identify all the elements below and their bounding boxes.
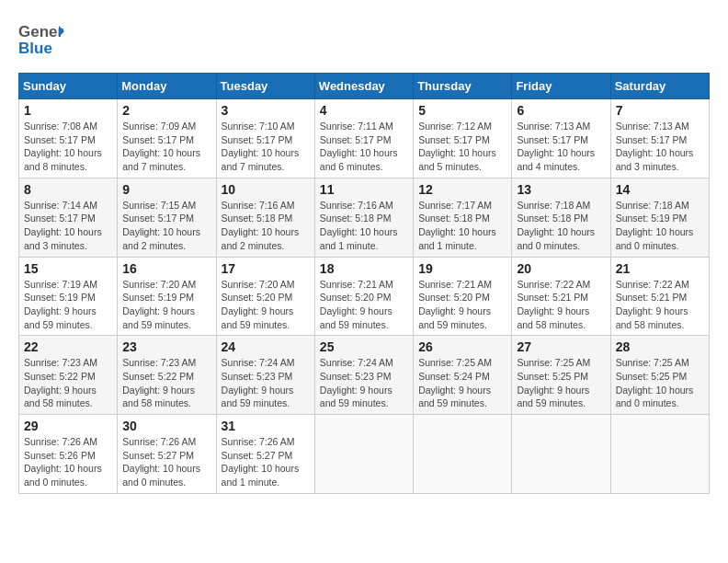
calendar-cell: 9Sunrise: 7:15 AMSunset: 5:17 PMDaylight… [118,178,216,257]
sunset: Sunset: 5:20 PM [320,292,392,303]
sunset: Sunset: 5:18 PM [320,213,392,224]
sunset: Sunset: 5:18 PM [418,213,490,224]
daylight: Daylight: 9 hours and 59 minutes. [418,385,491,409]
calendar-cell: 5Sunrise: 7:12 AMSunset: 5:17 PMDaylight… [414,99,512,178]
sunrise: Sunrise: 7:20 AM [222,279,295,290]
sunrise: Sunrise: 7:14 AM [24,200,97,211]
sunset: Sunset: 5:17 PM [122,134,194,145]
daylight: Daylight: 10 hours and 8 minutes. [24,147,102,172]
daylight: Daylight: 10 hours and 0 minutes. [517,226,595,251]
sunset: Sunset: 5:25 PM [616,371,688,382]
day-number: 3 [222,103,310,118]
day-number: 4 [320,103,408,118]
day-number: 29 [24,419,112,433]
day-info: Sunrise: 7:08 AMSunset: 5:17 PMDaylight:… [24,120,112,174]
sunrise: Sunrise: 7:21 AM [418,279,492,290]
logo-image: General Blue [18,18,64,63]
sunset: Sunset: 5:21 PM [517,292,588,303]
sunrise: Sunrise: 7:23 AM [122,357,196,368]
daylight: Daylight: 9 hours and 59 minutes. [517,385,589,409]
sunrise: Sunrise: 7:22 AM [616,279,689,290]
sunrise: Sunrise: 7:26 AM [122,436,196,447]
sunset: Sunset: 5:17 PM [616,134,688,145]
day-info: Sunrise: 7:16 AMSunset: 5:18 PMDaylight:… [320,199,408,253]
sunset: Sunset: 5:17 PM [517,134,588,145]
calendar-cell: 7Sunrise: 7:13 AMSunset: 5:17 PMDaylight… [610,99,709,178]
day-info: Sunrise: 7:23 AMSunset: 5:22 PMDaylight:… [122,356,210,410]
day-number: 17 [222,261,310,276]
calendar-week-4: 22Sunrise: 7:23 AMSunset: 5:22 PMDayligh… [19,336,710,415]
day-info: Sunrise: 7:24 AMSunset: 5:23 PMDaylight:… [222,356,310,410]
daylight: Daylight: 10 hours and 0 minutes. [122,463,200,488]
daylight: Daylight: 10 hours and 2 minutes. [222,226,300,251]
sunrise: Sunrise: 7:09 AM [122,121,196,132]
header-day-wednesday: Wednesday [314,74,413,99]
day-info: Sunrise: 7:16 AMSunset: 5:18 PMDaylight:… [222,199,310,253]
day-info: Sunrise: 7:11 AMSunset: 5:17 PMDaylight:… [320,120,408,174]
calendar-cell: 15Sunrise: 7:19 AMSunset: 5:19 PMDayligh… [19,257,118,336]
daylight: Daylight: 10 hours and 3 minutes. [24,226,102,251]
day-info: Sunrise: 7:21 AMSunset: 5:20 PMDaylight:… [320,278,408,332]
calendar-week-5: 29Sunrise: 7:26 AMSunset: 5:26 PMDayligh… [19,415,710,494]
svg-text:General: General [18,23,64,40]
sunset: Sunset: 5:20 PM [222,292,293,303]
sunset: Sunset: 5:20 PM [418,292,490,303]
daylight: Daylight: 10 hours and 2 minutes. [122,226,200,251]
sunset: Sunset: 5:17 PM [320,134,392,145]
calendar-header-row: SundayMondayTuesdayWednesdayThursdayFrid… [19,74,710,99]
sunset: Sunset: 5:19 PM [616,213,688,224]
calendar-cell [414,415,512,494]
calendar-cell: 18Sunrise: 7:21 AMSunset: 5:20 PMDayligh… [314,257,413,336]
sunrise: Sunrise: 7:16 AM [222,200,295,211]
calendar-cell [314,415,413,494]
daylight: Daylight: 10 hours and 4 minutes. [517,147,595,172]
calendar-cell: 27Sunrise: 7:25 AMSunset: 5:25 PMDayligh… [512,336,610,415]
day-number: 18 [320,261,408,276]
calendar-week-3: 15Sunrise: 7:19 AMSunset: 5:19 PMDayligh… [19,257,710,336]
day-number: 1 [24,103,112,118]
daylight: Daylight: 9 hours and 59 minutes. [222,305,294,330]
calendar-table: SundayMondayTuesdayWednesdayThursdayFrid… [18,73,710,494]
day-number: 10 [222,182,310,197]
day-number: 21 [616,261,704,276]
day-number: 20 [517,261,605,276]
day-number: 31 [222,419,310,433]
calendar-cell [610,415,709,494]
page-header: General Blue [18,18,710,63]
daylight: Daylight: 9 hours and 58 minutes. [616,305,688,330]
sunset: Sunset: 5:19 PM [122,292,194,303]
sunset: Sunset: 5:17 PM [222,134,293,145]
daylight: Daylight: 9 hours and 59 minutes. [122,305,195,330]
day-info: Sunrise: 7:14 AMSunset: 5:17 PMDaylight:… [24,199,112,253]
daylight: Daylight: 9 hours and 59 minutes. [418,305,491,330]
sunset: Sunset: 5:23 PM [320,371,392,382]
sunset: Sunset: 5:26 PM [24,450,96,461]
day-number: 22 [24,339,112,354]
day-number: 6 [517,103,605,118]
daylight: Daylight: 10 hours and 0 minutes. [24,463,102,488]
sunrise: Sunrise: 7:18 AM [517,200,590,211]
day-info: Sunrise: 7:19 AMSunset: 5:19 PMDaylight:… [24,278,112,332]
sunrise: Sunrise: 7:16 AM [320,200,393,211]
day-info: Sunrise: 7:25 AMSunset: 5:25 PMDaylight:… [517,356,605,410]
day-info: Sunrise: 7:20 AMSunset: 5:20 PMDaylight:… [222,278,310,332]
day-info: Sunrise: 7:26 AMSunset: 5:26 PMDaylight:… [24,435,112,489]
calendar-cell: 14Sunrise: 7:18 AMSunset: 5:19 PMDayligh… [610,178,709,257]
calendar-cell: 16Sunrise: 7:20 AMSunset: 5:19 PMDayligh… [118,257,216,336]
sunrise: Sunrise: 7:12 AM [418,121,492,132]
sunset: Sunset: 5:21 PM [616,292,688,303]
daylight: Daylight: 10 hours and 7 minutes. [122,147,200,172]
header-day-thursday: Thursday [414,74,512,99]
daylight: Daylight: 10 hours and 0 minutes. [616,226,694,251]
sunrise: Sunrise: 7:24 AM [320,357,393,368]
sunrise: Sunrise: 7:08 AM [24,121,97,132]
day-info: Sunrise: 7:20 AMSunset: 5:19 PMDaylight:… [122,278,210,332]
day-number: 25 [320,339,408,354]
day-number: 30 [122,419,210,433]
daylight: Daylight: 10 hours and 5 minutes. [418,147,496,172]
day-info: Sunrise: 7:21 AMSunset: 5:20 PMDaylight:… [418,278,506,332]
day-number: 26 [418,339,506,354]
day-info: Sunrise: 7:26 AMSunset: 5:27 PMDaylight:… [122,435,210,489]
sunset: Sunset: 5:17 PM [24,134,96,145]
sunrise: Sunrise: 7:25 AM [418,357,492,368]
